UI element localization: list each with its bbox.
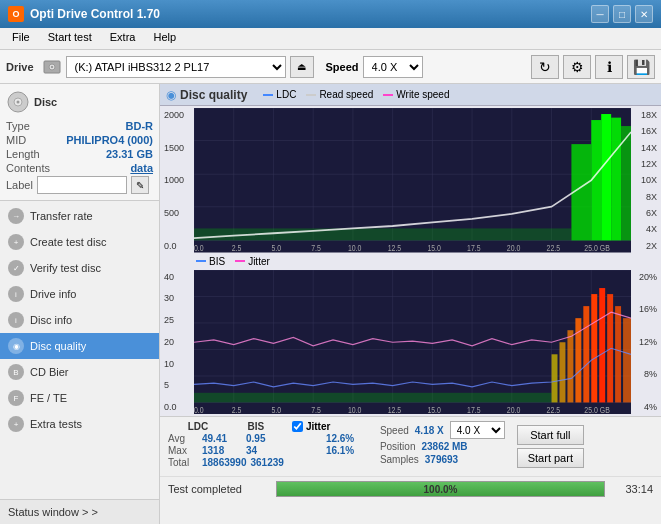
- top-chart-svg-container: 0.0 2.5 5.0 7.5 10.0 12.5 15.0 17.5 20.0…: [194, 108, 631, 253]
- bottom-chart-y-right: 20% 16% 12% 8% 4%: [631, 270, 659, 415]
- nav-disc-quality-label: Disc quality: [30, 340, 86, 352]
- svg-point-5: [17, 101, 20, 104]
- speed-stat-select[interactable]: 4.0 X: [450, 421, 505, 439]
- top-chart-y-left: 2000 1500 1000 500 0.0: [162, 108, 194, 253]
- jitter-avg-row: 12.6%: [292, 433, 372, 444]
- svg-text:15.0: 15.0: [427, 244, 441, 253]
- disc-mid-value: PHILIPRO4 (000): [66, 134, 153, 146]
- legend-jitter: Jitter: [235, 256, 270, 267]
- bottom-chart-container: 40 30 25 20 10 5 0.0: [162, 270, 659, 415]
- samples-value: 379693: [425, 454, 458, 465]
- nav-create-test-disc[interactable]: + Create test disc: [0, 229, 159, 255]
- nav-cd-bier[interactable]: B CD Bier: [0, 359, 159, 385]
- status-window-button[interactable]: Status window > >: [0, 499, 159, 524]
- progress-bar: 100.0%: [276, 481, 605, 497]
- refresh-button[interactable]: ↻: [531, 55, 559, 79]
- disc-header: Disc: [6, 90, 153, 114]
- nav-fe-te-label: FE / TE: [30, 392, 67, 404]
- start-full-button[interactable]: Start full: [517, 425, 584, 445]
- stats-row: LDC BIS Avg 49.41 0.95 Max 1318 34 Tot: [160, 417, 661, 477]
- maximize-button[interactable]: □: [613, 5, 631, 23]
- speed-select[interactable]: 4.0 X: [363, 56, 423, 78]
- jitter-header: Jitter: [306, 421, 330, 432]
- charts-area: 2000 1500 1000 500 0.0: [160, 106, 661, 416]
- svg-rect-67: [615, 306, 621, 402]
- jitter-max-value: 16.1%: [326, 445, 354, 456]
- disc-mid-label: MID: [6, 134, 26, 146]
- nav-extra-tests-label: Extra tests: [30, 418, 82, 430]
- position-label: Position: [380, 441, 416, 452]
- nav-verify-test-disc[interactable]: ✓ Verify test disc: [0, 255, 159, 281]
- ldc-avg-value: 49.41: [202, 433, 242, 444]
- start-part-button[interactable]: Start part: [517, 448, 584, 468]
- svg-rect-61: [567, 330, 573, 402]
- jitter-avg-value: 12.6%: [326, 433, 354, 444]
- svg-text:25.0 GB: 25.0 GB: [584, 244, 609, 253]
- disc-contents-label: Contents: [6, 162, 50, 174]
- eject-button[interactable]: ⏏: [290, 56, 314, 78]
- menu-help[interactable]: Help: [145, 30, 184, 47]
- top-chart-svg: 0.0 2.5 5.0 7.5 10.0 12.5 15.0 17.5 20.0…: [194, 108, 631, 253]
- disc-label-label: Label: [6, 179, 33, 191]
- fe-te-icon: F: [8, 390, 24, 406]
- menu-file[interactable]: File: [4, 30, 38, 47]
- jitter-header-row: Jitter: [292, 421, 372, 432]
- save-button[interactable]: 💾: [627, 55, 655, 79]
- drive-select[interactable]: (K:) ATAPI iHBS312 2 PL17: [66, 56, 286, 78]
- verify-test-icon: ✓: [8, 260, 24, 276]
- svg-rect-28: [611, 118, 621, 241]
- nav-transfer-rate[interactable]: → Transfer rate: [0, 203, 159, 229]
- ldc-legend-label: LDC: [276, 89, 296, 100]
- menu-start-test[interactable]: Start test: [40, 30, 100, 47]
- stats-headers: LDC BIS: [168, 421, 284, 432]
- svg-text:20.0: 20.0: [507, 244, 521, 253]
- legend-bis: BIS: [196, 256, 225, 267]
- sidebar: Disc Type BD-R MID PHILIPRO4 (000) Lengt…: [0, 84, 160, 524]
- settings-button[interactable]: ⚙: [563, 55, 591, 79]
- label-edit-button[interactable]: ✎: [131, 176, 149, 194]
- total-row: Total 18863990 361239: [168, 457, 284, 468]
- write-speed-legend-color: [383, 94, 393, 96]
- position-row: Position 23862 MB: [380, 441, 505, 452]
- drive-info-icon: i: [8, 286, 24, 302]
- svg-text:5.0: 5.0: [271, 244, 281, 253]
- disc-type-value: BD-R: [126, 120, 154, 132]
- extra-tests-icon: +: [8, 416, 24, 432]
- nav-create-test-label: Create test disc: [30, 236, 106, 248]
- speed-stats: Speed 4.18 X 4.0 X Position 23862 MB Sam…: [380, 421, 505, 465]
- svg-text:0.0: 0.0: [194, 244, 204, 253]
- nav-disc-info[interactable]: i Disc info: [0, 307, 159, 333]
- disc-contents-value[interactable]: data: [130, 162, 153, 174]
- jitter-max-row: 16.1%: [292, 445, 372, 456]
- svg-text:10.0: 10.0: [348, 244, 362, 253]
- status-text: Test completed: [168, 483, 268, 495]
- nav-drive-info-label: Drive info: [30, 288, 76, 300]
- bis-legend-label: BIS: [209, 256, 225, 267]
- nav-disc-info-label: Disc info: [30, 314, 72, 326]
- disc-info-icon: i: [8, 312, 24, 328]
- nav-disc-quality[interactable]: ◉ Disc quality: [0, 333, 159, 359]
- speed-stat-label: Speed: [380, 425, 409, 436]
- time-display: 33:14: [613, 483, 653, 495]
- top-chart-y-right: 18X 16X 14X 12X 10X 8X 6X 4X 2X: [631, 108, 659, 253]
- chart-header: ◉ Disc quality LDC Read speed Write spee…: [160, 84, 661, 106]
- close-button[interactable]: ✕: [635, 5, 653, 23]
- app-title: Opti Drive Control 1.70: [30, 7, 160, 21]
- transfer-rate-icon: →: [8, 208, 24, 224]
- minimize-button[interactable]: ─: [591, 5, 609, 23]
- disc-label-input[interactable]: [37, 176, 127, 194]
- svg-rect-68: [623, 318, 631, 402]
- nav-drive-info[interactable]: i Drive info: [0, 281, 159, 307]
- disc-panel: Disc Type BD-R MID PHILIPRO4 (000) Lengt…: [0, 84, 159, 201]
- svg-rect-64: [591, 294, 597, 402]
- ldc-max-value: 1318: [202, 445, 242, 456]
- svg-rect-59: [552, 354, 558, 402]
- info-button[interactable]: ℹ: [595, 55, 623, 79]
- chart-legend: LDC Read speed Write speed: [263, 89, 449, 100]
- nav-extra-tests[interactable]: + Extra tests: [0, 411, 159, 437]
- nav-fe-te[interactable]: F FE / TE: [0, 385, 159, 411]
- svg-text:12.5: 12.5: [388, 244, 402, 253]
- legend-write-speed: Write speed: [383, 89, 449, 100]
- jitter-checkbox[interactable]: [292, 421, 303, 432]
- menu-extra[interactable]: Extra: [102, 30, 144, 47]
